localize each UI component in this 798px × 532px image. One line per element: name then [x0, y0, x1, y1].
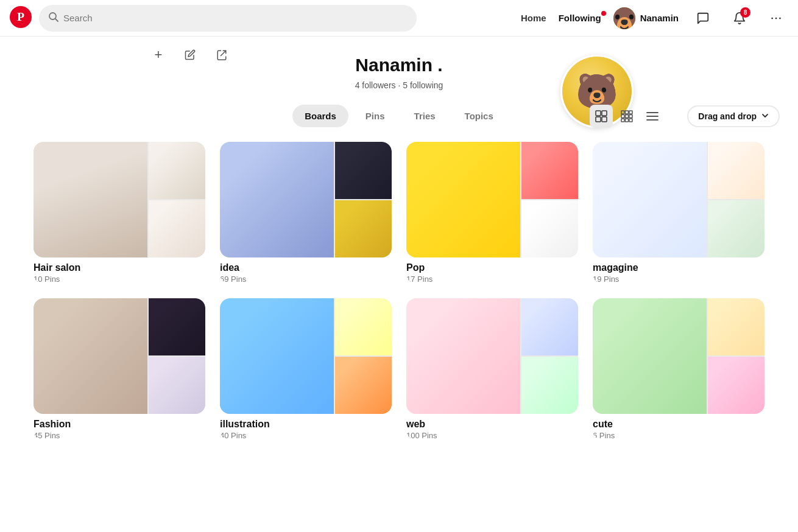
- board-count: 17 Pins: [406, 275, 578, 284]
- board-images: [220, 298, 392, 414]
- nav-following[interactable]: Following: [559, 13, 601, 23]
- svg-rect-18: [621, 119, 624, 122]
- board-images: [34, 298, 205, 414]
- user-menu[interactable]: Nanamin: [613, 7, 679, 29]
- user-name: Nanamin: [640, 13, 679, 23]
- svg-point-5: [775, 17, 777, 19]
- sort-label: Drag and drop: [698, 111, 757, 121]
- board-images: [406, 142, 578, 257]
- board-title: cute: [593, 419, 764, 430]
- boards-grid: Hair salon 10 Pins idea 69 Pins Pop 17 P…: [34, 142, 764, 440]
- avatar: [613, 7, 635, 29]
- messages-button[interactable]: [691, 6, 715, 30]
- svg-rect-10: [596, 117, 601, 122]
- board-title: magagine: [593, 262, 764, 273]
- board-card-magagine[interactable]: magagine 19 Pins: [593, 142, 764, 284]
- search-input[interactable]: [63, 13, 407, 23]
- profile-name: Nanamin .: [355, 55, 443, 75]
- following-dot: [601, 11, 606, 16]
- board-card-idea[interactable]: idea 69 Pins: [220, 142, 392, 284]
- board-img-main: [406, 142, 520, 257]
- board-images: [593, 298, 764, 414]
- board-img-main: [34, 142, 147, 257]
- notification-badge: 8: [740, 7, 750, 18]
- svg-rect-20: [629, 119, 632, 122]
- profile-actions: +: [146, 43, 234, 67]
- svg-rect-13: [626, 111, 629, 114]
- svg-rect-19: [626, 119, 629, 122]
- board-title: Fashion: [34, 419, 205, 430]
- avatar-image: [613, 7, 635, 29]
- board-images: [34, 142, 205, 257]
- search-icon: [49, 12, 58, 24]
- board-images: [220, 142, 392, 257]
- svg-rect-11: [602, 117, 607, 122]
- view-small-grid-button[interactable]: [615, 105, 638, 128]
- view-large-grid-button[interactable]: [590, 105, 613, 128]
- board-img-main: [34, 298, 147, 414]
- board-count: 6 Pins: [593, 431, 764, 440]
- share-button[interactable]: [210, 43, 234, 67]
- svg-rect-15: [621, 114, 624, 117]
- board-count: 19 Pins: [593, 275, 764, 284]
- logo[interactable]: P: [10, 6, 32, 30]
- board-card-web[interactable]: web 100 Pins: [406, 298, 578, 440]
- edit-button[interactable]: [178, 43, 202, 67]
- board-img-top: [708, 142, 764, 199]
- view-list-button[interactable]: [641, 105, 664, 128]
- svg-point-2: [49, 13, 56, 19]
- tab-pins[interactable]: Pins: [353, 105, 397, 127]
- board-card-fashion[interactable]: Fashion 45 Pins: [34, 298, 205, 440]
- svg-rect-14: [629, 111, 632, 114]
- board-count: 10 Pins: [34, 275, 205, 284]
- board-img-bottom: [521, 357, 578, 414]
- profile-info: Nanamin . 4 followers · 5 following: [355, 55, 443, 90]
- header: P Home Following Nanamin: [0, 0, 798, 37]
- board-img-bottom: [521, 200, 578, 257]
- board-img-top: [335, 142, 392, 199]
- more-options-button[interactable]: [764, 6, 788, 30]
- nav-home[interactable]: Home: [521, 13, 546, 23]
- board-img-main: [220, 298, 334, 414]
- search-bar[interactable]: [39, 5, 417, 32]
- notifications-button[interactable]: 8: [727, 6, 752, 30]
- board-img-bottom: [149, 200, 205, 257]
- board-img-top: [521, 142, 578, 199]
- profile-section: + Nanamin . 4 followers · 5 following: [0, 37, 798, 90]
- board-img-main: [220, 142, 334, 257]
- board-card-hair-salon[interactable]: Hair salon 10 Pins: [34, 142, 205, 284]
- board-title: web: [406, 419, 578, 430]
- add-button[interactable]: +: [146, 43, 171, 67]
- svg-point-4: [771, 17, 773, 19]
- board-card-illustration[interactable]: illustration 40 Pins: [220, 298, 392, 440]
- board-count: 40 Pins: [220, 431, 392, 440]
- boards-container: Hair salon 10 Pins idea 69 Pins Pop 17 P…: [15, 142, 783, 464]
- profile-stats: 4 followers · 5 following: [355, 80, 443, 90]
- board-card-cute[interactable]: cute 6 Pins: [593, 298, 764, 440]
- svg-line-3: [55, 19, 58, 21]
- board-title: illustration: [220, 419, 392, 430]
- tab-tries[interactable]: Tries: [402, 105, 448, 127]
- svg-rect-16: [626, 114, 629, 117]
- svg-rect-9: [602, 111, 607, 116]
- svg-point-6: [779, 17, 781, 19]
- view-controls: [590, 105, 664, 128]
- board-img-top: [708, 298, 764, 355]
- board-img-main: [593, 142, 707, 257]
- board-img-top: [149, 298, 205, 355]
- board-img-bottom: [149, 357, 205, 414]
- tab-topics[interactable]: Topics: [453, 105, 506, 127]
- tab-boards[interactable]: Boards: [292, 105, 348, 127]
- board-count: 69 Pins: [220, 275, 392, 284]
- svg-text:P: P: [17, 10, 24, 23]
- board-img-bottom: [708, 357, 764, 414]
- board-title: Hair salon: [34, 262, 205, 273]
- sort-dropdown[interactable]: Drag and drop: [687, 105, 780, 127]
- svg-rect-8: [596, 111, 601, 116]
- chevron-down-icon: [761, 111, 769, 121]
- board-img-bottom: [335, 200, 392, 257]
- svg-rect-12: [621, 111, 624, 114]
- board-img-top: [149, 142, 205, 199]
- board-count: 45 Pins: [34, 431, 205, 440]
- board-card-pop[interactable]: Pop 17 Pins: [406, 142, 578, 284]
